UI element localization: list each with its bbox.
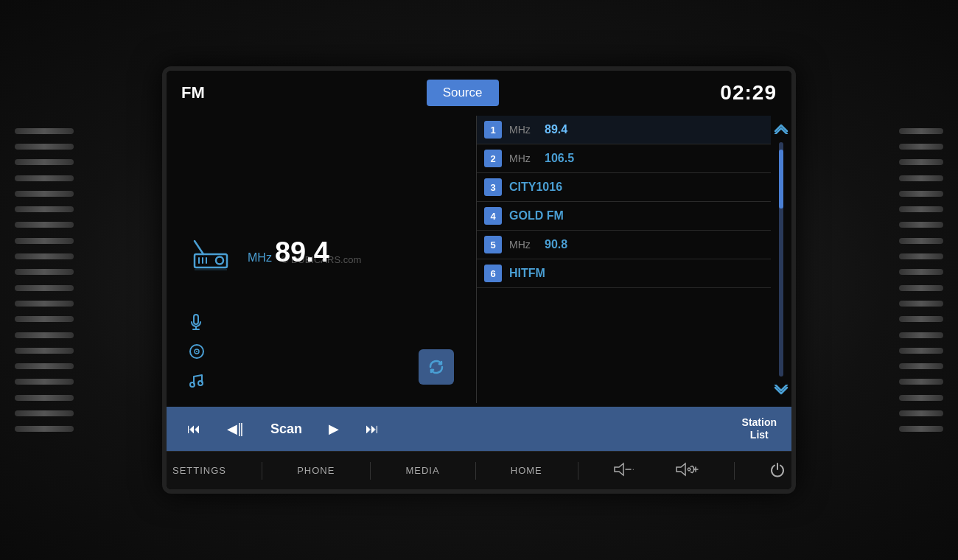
screen-main: MHz 89.4: [167, 112, 791, 407]
freq-value: 89.4: [275, 238, 329, 266]
station-item[interactable]: 2MHz 106.5: [477, 144, 771, 173]
vent-slat: [15, 253, 74, 259]
station-item[interactable]: 4GOLD FM: [477, 202, 771, 231]
vent-slat: [899, 253, 943, 259]
refresh-icon: [427, 358, 445, 376]
home-button[interactable]: HOME: [505, 462, 548, 479]
scan-button[interactable]: Scan: [257, 416, 315, 443]
station-item[interactable]: 6HITFM: [477, 259, 771, 288]
station-number: 6: [484, 265, 502, 282]
vent-slat: [15, 159, 74, 165]
vent-slat: [15, 410, 74, 416]
vent-slat: [899, 222, 943, 228]
vent-slat: [899, 191, 943, 197]
station-name: 106.5: [545, 152, 574, 165]
frequency-display: MHz 89.4: [248, 238, 329, 266]
rewind-button[interactable]: ◀‖: [214, 415, 257, 443]
svg-point-14: [198, 381, 203, 385]
station-list-button[interactable]: StationList: [735, 416, 784, 441]
car-surround: FM Source 02:29: [0, 0, 958, 560]
scroll-up-button[interactable]: [772, 117, 791, 139]
vent-slat: [15, 238, 74, 244]
volume-down-button[interactable]: −: [607, 459, 640, 483]
vent-slat: [15, 175, 74, 181]
scroll-thumb[interactable]: [779, 150, 783, 209]
left-panel: MHz 89.4: [167, 112, 476, 407]
microphone-icon: [189, 313, 205, 335]
station-item[interactable]: 1MHz 89.4: [477, 116, 771, 144]
station-name: 90.8: [545, 238, 567, 251]
music-note-icon: [189, 372, 205, 392]
freq-combined: MHz 89.4: [248, 238, 329, 266]
scroll-down-button[interactable]: [772, 379, 791, 402]
vent-slat: [15, 128, 74, 134]
hw-buttons: SETTINGS PHONE MEDIA HOME −: [167, 451, 791, 489]
vent-slat: [899, 238, 943, 244]
right-panel: 1MHz 89.42MHz 106.53CITY10164GOLD FM5MHz…: [476, 112, 791, 407]
vent-slat: [15, 206, 74, 212]
station-item[interactable]: 3CITY1016: [477, 173, 771, 202]
station-number: 4: [484, 207, 502, 225]
vent-slat: [15, 301, 74, 307]
power-button[interactable]: [763, 458, 791, 483]
vent-slat: [15, 269, 74, 275]
vent-slat: [899, 363, 943, 369]
svg-point-12: [196, 351, 197, 352]
source-button[interactable]: Source: [427, 80, 499, 106]
control-bar: ⏮ ◀‖ Scan ▶ ⏭ StationList: [167, 407, 791, 451]
station-name: GOLD FM: [509, 209, 564, 223]
vent-slat: [899, 410, 943, 416]
vent-slat: [15, 191, 74, 197]
vent-slat: [15, 316, 74, 322]
svg-text:−: −: [632, 464, 634, 475]
vent-slat: [899, 316, 943, 322]
phone-button[interactable]: PHONE: [291, 462, 340, 479]
play-button[interactable]: ▶: [315, 415, 352, 443]
prev-button[interactable]: ⏮: [174, 416, 214, 443]
refresh-button[interactable]: [419, 349, 454, 385]
station-name: HITFM: [509, 267, 545, 280]
media-button[interactable]: MEDIA: [399, 462, 445, 479]
vent-slat: [899, 285, 943, 291]
vent-slat: [15, 348, 74, 354]
screen-header: FM Source 02:29: [167, 71, 791, 112]
station-mhz-label: MHz: [509, 153, 537, 164]
vent-slat: [899, 348, 943, 354]
vent-slat: [899, 206, 943, 212]
vent-slat: [15, 363, 74, 369]
disc-icon: [189, 343, 205, 363]
vent-slat: [15, 222, 74, 228]
side-icons: [189, 313, 205, 392]
vent-slat: [899, 395, 943, 401]
station-mhz-label: MHz: [509, 239, 537, 251]
radio-icon-area: MHz 89.4: [189, 234, 329, 270]
svg-point-13: [190, 382, 195, 387]
vent-slat: [899, 175, 943, 181]
vent-slat: [15, 379, 74, 385]
station-number: 5: [484, 236, 502, 253]
vent-slat: [15, 426, 74, 432]
vent-slat: [15, 285, 74, 291]
scroll-track: [779, 142, 783, 377]
vent-slat: [15, 395, 74, 401]
station-item[interactable]: 5MHz 90.8: [477, 231, 771, 259]
station-number: 2: [484, 150, 502, 167]
fm-label: FM: [181, 83, 205, 102]
svg-line-0: [195, 241, 203, 254]
screen: FM Source 02:29: [167, 71, 791, 451]
svg-marker-18: [676, 463, 685, 475]
next-button[interactable]: ⏭: [352, 416, 392, 443]
vent-slat: [899, 269, 943, 275]
vent-slat: [899, 159, 943, 165]
vent-slat: [899, 426, 943, 432]
vent-slat: [899, 128, 943, 134]
vent-right: [899, 125, 943, 435]
station-mhz-label: MHz: [509, 124, 537, 136]
vent-slat: [899, 144, 943, 150]
vent-slat: [899, 379, 943, 385]
screen-bezel: FM Source 02:29: [162, 66, 796, 494]
freq-mhz-label: MHz: [248, 251, 272, 265]
station-name: 89.4: [545, 123, 567, 136]
volume-up-button[interactable]: [669, 459, 704, 483]
settings-button[interactable]: SETTINGS: [167, 462, 232, 479]
